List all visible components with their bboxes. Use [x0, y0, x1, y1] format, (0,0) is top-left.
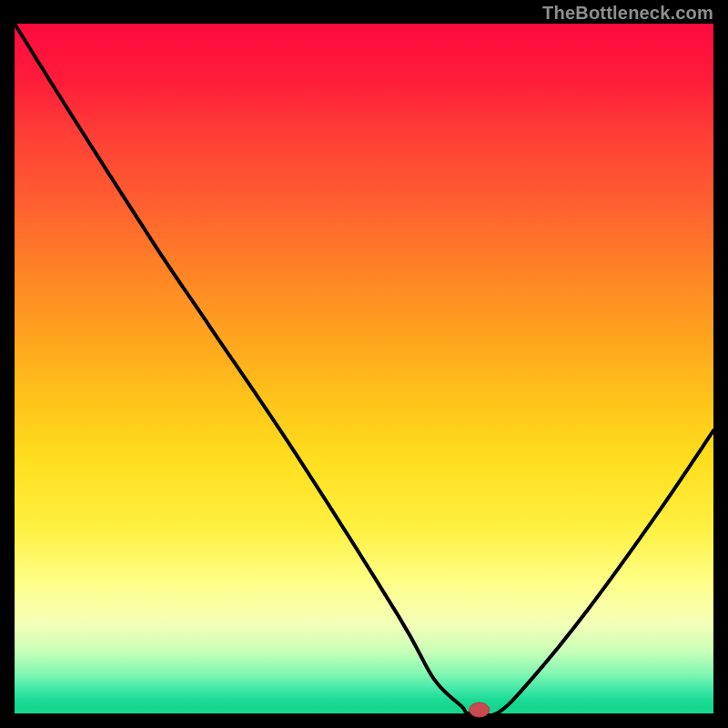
optimum-marker — [470, 703, 490, 717]
curve-line — [15, 24, 713, 716]
attribution-label: TheBottleneck.com — [542, 3, 713, 24]
chart-frame: TheBottleneck.com — [0, 0, 728, 728]
bottleneck-curve — [15, 24, 713, 713]
plot-area — [15, 24, 713, 713]
